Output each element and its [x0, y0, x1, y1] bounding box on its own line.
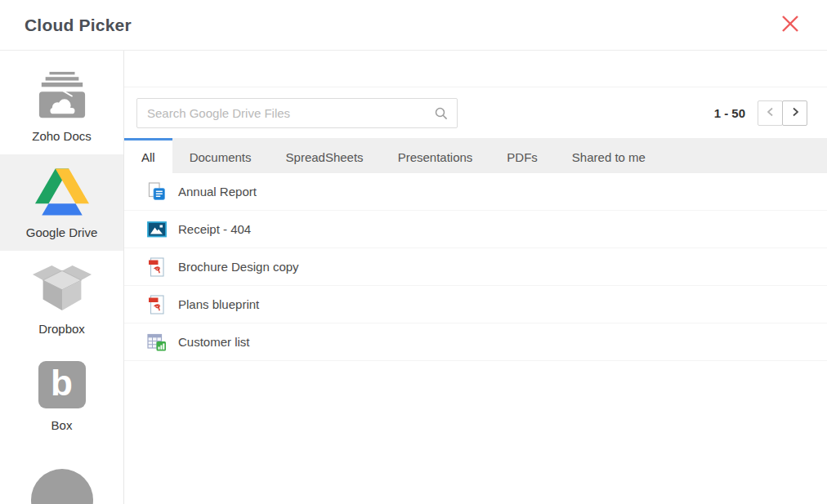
close-button[interactable]	[776, 11, 804, 39]
file-row[interactable]: Brochure Design copy	[124, 248, 827, 286]
tab-spreadsheets[interactable]: SpreadSheets	[269, 138, 381, 173]
sidebar-item-google-drive[interactable]: Google Drive	[0, 154, 123, 251]
cloud-services-sidebar: Zoho Docs Google Drive	[0, 51, 124, 504]
search-box	[136, 98, 458, 128]
close-x-icon	[778, 11, 802, 38]
file-row[interactable]: Customer list	[124, 323, 827, 361]
tab-documents[interactable]: Documents	[172, 138, 269, 173]
sidebar-item-label: Dropbox	[38, 322, 85, 336]
zoho-docs-folder-cloud-icon	[37, 69, 87, 122]
file-list: Annual Report Receipt - 404	[124, 173, 827, 361]
file-picker-main: 1 - 50 All	[124, 51, 827, 504]
pagination: 1 - 50	[714, 100, 807, 126]
sidebar-item-onedrive[interactable]	[0, 444, 123, 504]
sidebar-item-dropbox[interactable]: Dropbox	[0, 251, 123, 347]
file-name: Receipt - 404	[178, 222, 251, 236]
file-name: Plans blueprint	[178, 297, 259, 311]
sidebar-item-label: Box	[51, 418, 73, 432]
image-photo-icon	[147, 220, 167, 239]
previous-page-button[interactable]	[758, 100, 783, 126]
file-row[interactable]: Receipt - 404	[124, 211, 827, 248]
pdf-file-icon	[147, 257, 167, 277]
tab-pdfs[interactable]: PDFs	[489, 138, 555, 173]
file-name: Brochure Design copy	[178, 260, 299, 274]
dropbox-open-box-icon	[33, 262, 92, 314]
tab-presentations[interactable]: Presentations	[381, 138, 490, 173]
main-top-strip	[124, 51, 827, 87]
box-letter-b-icon: b	[38, 359, 86, 411]
google-drive-triangle-icon	[35, 166, 89, 218]
file-type-tabs: All Documents SpreadSheets Presentations…	[124, 138, 827, 173]
sidebar-item-box[interactable]: b Box	[0, 347, 123, 444]
chevron-right-icon	[789, 106, 801, 120]
file-name: Customer list	[178, 335, 250, 349]
toolbar: 1 - 50	[124, 87, 827, 138]
pagination-range: 1 - 50	[714, 106, 745, 120]
magnifier-icon	[434, 106, 449, 124]
dialog-title: Cloud Picker	[25, 16, 132, 35]
file-row[interactable]: Plans blueprint	[124, 286, 827, 323]
onedrive-cloud-circle-icon	[31, 466, 93, 504]
sidebar-item-label: Zoho Docs	[32, 129, 92, 143]
google-doc-icon	[147, 182, 167, 202]
pdf-file-icon	[147, 295, 167, 314]
next-page-button[interactable]	[782, 100, 807, 126]
file-name: Annual Report	[178, 185, 257, 198]
tab-all[interactable]: All	[124, 138, 172, 173]
chevron-left-icon	[765, 106, 776, 120]
sidebar-item-label: Google Drive	[26, 225, 98, 239]
search-input[interactable]	[136, 98, 458, 128]
dialog-body: Zoho Docs Google Drive	[0, 51, 827, 504]
sidebar-item-zoho-docs[interactable]: Zoho Docs	[0, 58, 123, 154]
file-row[interactable]: Annual Report	[124, 173, 827, 211]
dialog-header: Cloud Picker	[0, 0, 827, 51]
spreadsheet-icon	[147, 332, 167, 352]
tab-shared-to-me[interactable]: Shared to me	[555, 138, 663, 173]
